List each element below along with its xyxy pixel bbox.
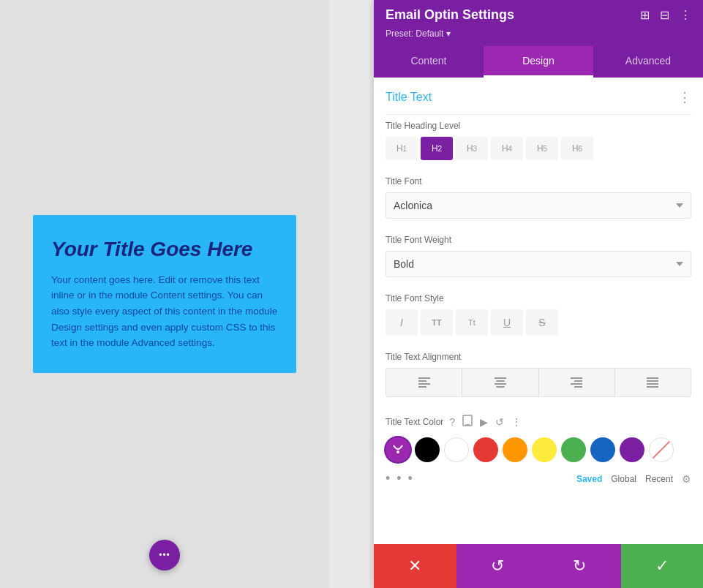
color-swatch-yellow[interactable] [532,437,557,462]
color-cursor-icon[interactable]: ▶ [480,416,488,428]
svg-rect-12 [647,377,658,379]
color-swatch-black[interactable] [415,437,440,462]
panel-body: Title Text ⋮ Title Heading Level H1 H2 H… [374,78,703,588]
gear-icon[interactable]: ⚙ [682,473,691,485]
align-left-btn[interactable] [386,369,462,396]
color-saved-row: • • • Saved Global Recent ⚙ [374,468,703,492]
svg-rect-1 [418,380,426,382]
font-weight-select[interactable]: Bold [386,251,691,277]
tab-content[interactable]: Content [374,46,484,78]
color-more-icon[interactable]: ⋮ [511,416,522,428]
heading-h4-btn[interactable]: H4 [491,137,523,160]
heading-level-field: Title Heading Level H1 H2 H3 H4 H5 H6 [374,115,703,170]
title-text-color-label: Title Text Color [386,417,443,427]
italic-btn[interactable]: I [386,309,418,336]
panel-title: Email Optin Settings [386,7,514,23]
color-swatch-orange[interactable] [503,437,527,462]
svg-line-19 [650,438,673,461]
floating-dots-button[interactable]: ••• [149,540,180,570]
align-justify-btn[interactable] [615,369,691,396]
color-swatch-green[interactable] [561,437,586,462]
align-right-btn[interactable] [539,369,615,396]
heading-h2-btn[interactable]: H2 [421,137,453,160]
settings-panel: Email Optin Settings ⊞ ⊟ ⋮ Preset: Defau… [374,0,703,588]
svg-rect-13 [647,380,658,382]
color-swatches [374,433,703,468]
align-center-btn[interactable] [462,369,538,396]
svg-rect-4 [495,377,506,379]
undo-button[interactable]: ↺ [456,544,539,588]
color-tab-saved[interactable]: Saved [576,474,602,484]
font-weight-field: Title Font Weight Bold [374,229,703,287]
section-menu-icon[interactable]: ⋮ [678,89,691,105]
capitalize-btn[interactable]: Tt [456,309,488,336]
color-label-row: Title Text Color ? ▶ ↺ ⋮ [374,407,703,433]
preview-title: Your Title Goes Here [51,237,278,262]
more-icon[interactable]: ⋮ [680,8,691,22]
color-swatch-blue[interactable] [590,437,615,462]
svg-rect-6 [495,383,506,385]
color-swatch-active[interactable] [386,437,410,462]
redo-button[interactable]: ↻ [538,544,621,588]
panel-title-icons: ⊞ ⊟ ⋮ [640,8,691,22]
svg-rect-2 [418,383,430,385]
underline-btn[interactable]: U [491,309,523,336]
svg-rect-5 [496,380,504,382]
preview-area: Your Title Goes Here Your content goes h… [0,0,329,588]
color-reset-icon[interactable]: ↺ [495,416,504,428]
font-style-field: Title Font Style I TT Tt U S [374,287,703,346]
section-header: Title Text ⋮ [374,78,703,114]
color-tabs: Saved Global Recent ⚙ [576,473,691,485]
color-swatch-white[interactable] [444,437,469,462]
alignment-buttons [386,368,691,397]
color-icon-row: ? ▶ ↺ ⋮ [449,415,522,429]
color-tab-global[interactable]: Global [611,474,636,484]
heading-level-buttons: H1 H2 H3 H4 H5 H6 [386,137,691,160]
font-weight-label: Title Font Weight [386,235,691,245]
font-label: Title Font [386,176,691,186]
svg-rect-9 [574,380,582,382]
color-dots[interactable]: • • • [386,471,414,486]
color-swatch-none[interactable] [649,437,674,462]
panel-preset[interactable]: Preset: Default [386,29,691,46]
svg-rect-15 [647,386,658,388]
section-title: Title Text [386,91,432,104]
svg-rect-11 [574,386,582,388]
svg-point-18 [396,451,399,453]
title-text-color-section: Title Text Color ? ▶ ↺ ⋮ [374,407,703,492]
font-select[interactable]: Aclonica [386,192,691,219]
tab-design[interactable]: Design [484,46,593,78]
strikethrough-btn[interactable]: S [526,309,558,336]
color-device-icon[interactable] [462,415,473,429]
svg-rect-10 [571,383,582,385]
resize-icon[interactable]: ⊞ [640,8,650,22]
font-field: Title Font Aclonica [374,170,703,229]
color-help-icon[interactable]: ? [449,416,455,428]
cancel-button[interactable]: ✕ [374,544,456,588]
text-alignment-field: Title Text Alignment [374,346,703,407]
panel-tabs: Content Design Advanced [374,46,703,78]
color-tab-recent[interactable]: Recent [645,474,673,484]
svg-rect-7 [496,386,504,388]
heading-h6-btn[interactable]: H6 [561,137,593,160]
preview-content: Your content goes here. Edit or remove t… [51,272,278,351]
panel-title-row: Email Optin Settings ⊞ ⊟ ⋮ [386,7,691,29]
svg-rect-3 [418,386,426,388]
svg-rect-17 [465,424,470,425]
color-swatch-purple[interactable] [620,437,644,462]
font-style-buttons: I TT Tt U S [386,309,691,336]
heading-h3-btn[interactable]: H3 [456,137,488,160]
heading-h1-btn[interactable]: H1 [386,137,418,160]
tab-advanced[interactable]: Advanced [593,46,703,78]
column-icon[interactable]: ⊟ [660,8,669,22]
panel-header: Email Optin Settings ⊞ ⊟ ⋮ Preset: Defau… [374,0,703,46]
action-bar: ✕ ↺ ↻ ✓ [374,544,703,588]
save-button[interactable]: ✓ [621,544,704,588]
color-swatch-red[interactable] [473,437,498,462]
svg-rect-16 [463,415,472,426]
heading-h5-btn[interactable]: H5 [526,137,558,160]
preview-box: Your Title Goes Here Your content goes h… [33,215,296,373]
uppercase-btn[interactable]: TT [421,309,453,336]
heading-level-label: Title Heading Level [386,121,691,131]
svg-rect-8 [571,377,582,379]
